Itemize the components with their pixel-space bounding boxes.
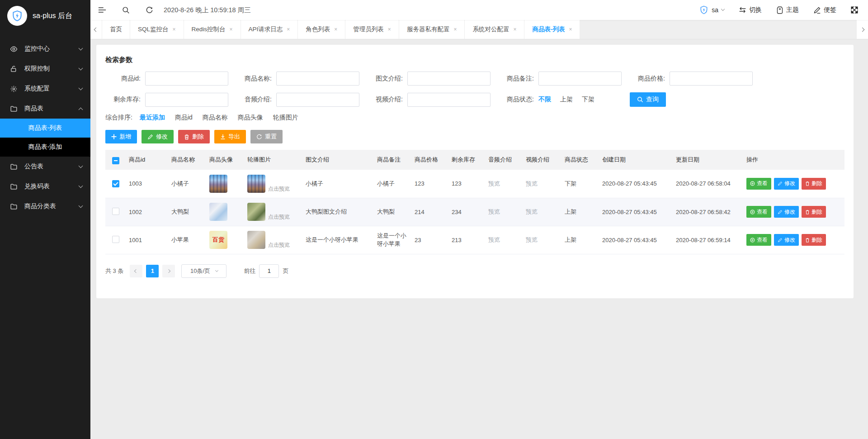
close-icon[interactable]: × — [230, 26, 233, 33]
tab-role-list[interactable]: 角色列表× — [298, 20, 345, 39]
page-size-select[interactable]: 10条/页 — [181, 264, 226, 278]
topbar: 2020-8-26 晚上 10:59:18 周三 sa — [90, 0, 868, 20]
search-button[interactable] — [114, 0, 137, 20]
audio-preview-link[interactable]: 预览 — [488, 208, 500, 215]
close-icon[interactable]: × — [287, 26, 290, 33]
view-button[interactable]: 查看 — [746, 234, 771, 246]
sort-option-recent[interactable]: 最近添加 — [140, 114, 165, 122]
goods-price-input[interactable] — [670, 72, 753, 86]
carousel-preview-link[interactable]: 点击预览 — [268, 213, 290, 221]
close-icon[interactable]: × — [513, 26, 516, 33]
switch-account-button[interactable]: 切换 — [739, 6, 762, 14]
cell-price: 23 — [412, 226, 449, 254]
close-icon[interactable]: × — [173, 26, 176, 33]
sidebar-item-goods-table[interactable]: 商品表 — [0, 99, 90, 119]
row-checkbox[interactable] — [112, 208, 119, 215]
view-button[interactable]: 查看 — [746, 206, 771, 218]
menu-collapse-button[interactable] — [90, 0, 114, 20]
goods-avatar-image[interactable] — [209, 203, 227, 221]
delete-button[interactable]: 删除 — [178, 130, 210, 143]
goods-name-input[interactable] — [276, 72, 359, 86]
video-preview-link[interactable]: 预览 — [526, 236, 538, 243]
tab-admin-list[interactable]: 管理员列表× — [345, 20, 399, 39]
chevron-down-icon — [721, 7, 725, 11]
edit-button[interactable]: 修改 — [774, 206, 799, 218]
row-checkbox[interactable] — [112, 180, 119, 187]
query-button[interactable]: 查询 — [630, 92, 666, 107]
tab-api-log[interactable]: API请求日志× — [241, 20, 298, 39]
export-button[interactable]: 导出 — [214, 130, 246, 143]
close-icon[interactable]: × — [453, 26, 457, 33]
audio-preview-link[interactable]: 预览 — [488, 180, 500, 187]
video-preview-link[interactable]: 预览 — [526, 180, 538, 187]
pencil-icon — [778, 238, 783, 243]
audio-preview-link[interactable]: 预览 — [488, 236, 500, 243]
edit-button[interactable]: 修改 — [142, 130, 174, 143]
search-icon — [122, 6, 130, 14]
goods-note-input[interactable] — [538, 72, 622, 86]
carousel-image[interactable] — [247, 231, 265, 249]
tab-sql-console[interactable]: SQL监控台× — [130, 20, 184, 39]
carousel-preview-link[interactable]: 点击预览 — [268, 185, 290, 193]
next-page-button[interactable] — [162, 265, 175, 277]
sort-option-goods-id[interactable]: 商品id — [175, 114, 193, 122]
sidebar-item-goods-list[interactable]: 商品表-列表 — [0, 119, 90, 138]
note-button[interactable]: 便签 — [813, 6, 836, 14]
status-option-off-shelf[interactable]: 下架 — [582, 95, 594, 104]
goods-video-input[interactable] — [407, 93, 491, 107]
goods-avatar-image[interactable]: 百货 — [209, 231, 227, 249]
tab-redis-console[interactable]: Redis控制台× — [184, 20, 241, 39]
sidebar-item-goods-category-table[interactable]: 商品分类表 — [0, 196, 90, 216]
tabs-scroll-left-button[interactable] — [90, 20, 102, 39]
sidebar-item-notice-table[interactable]: 公告表 — [0, 157, 90, 177]
row-checkbox[interactable] — [112, 236, 119, 243]
edit-button[interactable]: 修改 — [774, 234, 799, 246]
close-icon[interactable]: × — [569, 26, 572, 33]
delete-button[interactable]: 删除 — [802, 234, 826, 246]
carousel-image[interactable] — [247, 175, 265, 193]
sort-option-goods-name[interactable]: 商品名称 — [203, 114, 228, 122]
goods-avatar-image[interactable] — [209, 175, 227, 193]
sidebar-item-permission-control[interactable]: 权限控制 — [0, 59, 90, 79]
goods-audio-input[interactable] — [276, 93, 359, 107]
select-all-checkbox[interactable] — [112, 157, 119, 164]
close-icon[interactable]: × — [334, 26, 337, 33]
tab-server-private-config[interactable]: 服务器私有配置× — [399, 20, 465, 39]
tab-system-public-config[interactable]: 系统对公配置× — [465, 20, 524, 39]
prev-page-button[interactable] — [130, 265, 142, 277]
refresh-button[interactable] — [137, 0, 161, 20]
cell-note: 这是一个小呀小苹果 — [374, 226, 412, 254]
goods-stock-input[interactable] — [145, 93, 228, 107]
tabs-scroll-right-button[interactable] — [856, 20, 868, 39]
goto-page-input[interactable] — [259, 264, 279, 278]
sort-option-goods-avatar[interactable]: 商品头像 — [238, 114, 263, 122]
user-menu[interactable]: sa — [699, 5, 724, 14]
goods-intro-input[interactable] — [407, 72, 491, 86]
status-option-on-shelf[interactable]: 上架 — [560, 95, 573, 104]
fullscreen-button[interactable] — [851, 6, 858, 14]
delete-button[interactable]: 删除 — [802, 206, 826, 218]
edit-button[interactable]: 修改 — [774, 178, 799, 190]
add-button[interactable]: 新增 — [105, 130, 137, 143]
close-icon[interactable]: × — [388, 26, 391, 33]
goods-id-input[interactable] — [145, 72, 228, 86]
view-button[interactable]: 查看 — [746, 178, 771, 190]
carousel-image[interactable] — [247, 203, 265, 221]
tab-home[interactable]: 首页 — [102, 20, 130, 39]
sidebar-item-redeem-code-table[interactable]: 兑换码表 — [0, 177, 90, 196]
sort-option-carousel[interactable]: 轮播图片 — [273, 114, 298, 122]
sidebar-item-goods-add[interactable]: 商品表-添加 — [0, 138, 90, 157]
chevron-down-icon — [79, 66, 83, 70]
goods-note-label: 商品备注: — [499, 75, 538, 83]
reset-button[interactable]: 重置 — [250, 130, 283, 143]
carousel-preview-link[interactable]: 点击预览 — [268, 241, 290, 249]
video-preview-link[interactable]: 预览 — [526, 208, 538, 215]
sidebar-item-monitor-center[interactable]: 监控中心 — [0, 39, 90, 59]
sidebar-item-system-config[interactable]: 系统配置 — [0, 79, 90, 99]
delete-button[interactable]: 删除 — [802, 178, 826, 190]
tab-goods-list[interactable]: 商品表-列表× — [524, 20, 580, 39]
status-option-all[interactable]: 不限 — [538, 95, 551, 104]
page-number-button[interactable]: 1 — [146, 265, 159, 277]
sidebar: sa-plus 后台 监控中心 — [0, 0, 90, 439]
theme-button[interactable]: 主题 — [776, 6, 799, 14]
